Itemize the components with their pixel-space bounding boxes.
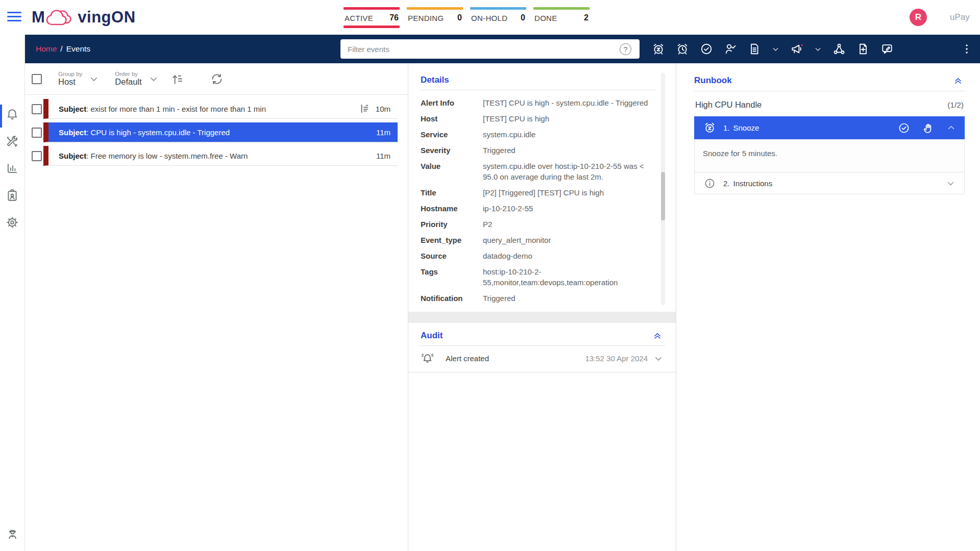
runbook-step-2-header[interactable]: 2. Instructions bbox=[694, 172, 965, 194]
refresh-icon[interactable] bbox=[210, 72, 224, 86]
panel-separator bbox=[408, 312, 676, 323]
tab-label: PENDING bbox=[408, 14, 444, 22]
field-value: [TEST] CPU is high - system.cpu.idle - T… bbox=[483, 97, 648, 108]
field-value: system.cpu.idle bbox=[483, 129, 535, 140]
tab-label: ACTIVE bbox=[345, 14, 373, 22]
file-add-icon[interactable] bbox=[856, 42, 870, 56]
audit-entry: Alert created 13:52 30 Apr 2024 bbox=[419, 346, 665, 372]
event-checkbox[interactable] bbox=[32, 128, 42, 138]
audit-entry-timestamp: 13:52 30 Apr 2024 bbox=[585, 354, 648, 363]
operator-icon[interactable] bbox=[6, 527, 19, 541]
tab-active[interactable]: ACTIVE 76 bbox=[344, 7, 400, 28]
filter-events-input[interactable] bbox=[340, 39, 640, 59]
events-rows: Subject: exist for more than 1 min - exi… bbox=[25, 95, 408, 166]
cloud-logo-icon bbox=[43, 6, 80, 29]
tab-on-hold[interactable]: ON-HOLD 0 bbox=[470, 7, 526, 28]
sort-icon[interactable] bbox=[170, 72, 184, 86]
tab-done[interactable]: DONE 2 bbox=[533, 7, 590, 28]
details-fields: Alert Info[TEST] CPU is high - system.cp… bbox=[419, 97, 656, 309]
runbook-step-1-header[interactable]: 1. Snooze bbox=[694, 116, 965, 139]
field-value: query_alert_monitor bbox=[483, 235, 551, 245]
event-row-body[interactable]: Subject: Free memory is low - system.mem… bbox=[43, 146, 398, 166]
clipboard-person-icon[interactable] bbox=[6, 189, 19, 202]
event-subject-label: Subject bbox=[59, 152, 86, 160]
event-age: 11m bbox=[376, 152, 390, 160]
field-value: ip-10-210-2-55 bbox=[483, 203, 533, 214]
user-check-icon[interactable] bbox=[724, 42, 737, 56]
help-circle-icon[interactable]: ? bbox=[620, 43, 631, 55]
events-list-header: Group by Host Order by Default bbox=[25, 63, 408, 95]
event-subject-label: Subject bbox=[59, 105, 86, 113]
hamburger-menu-icon[interactable] bbox=[7, 12, 21, 23]
active-nav-indicator bbox=[0, 105, 2, 128]
order-by-control[interactable]: Order by Default bbox=[115, 71, 141, 87]
collapse-double-chevron-up-icon[interactable] bbox=[652, 330, 663, 341]
complete-step-check-circle-icon[interactable] bbox=[898, 122, 910, 134]
group-by-value: Host bbox=[58, 77, 82, 87]
chevron-down-icon[interactable] bbox=[772, 45, 779, 53]
event-age: 10m bbox=[376, 105, 390, 113]
check-circle-icon[interactable] bbox=[700, 42, 713, 56]
chevron-down-icon[interactable] bbox=[149, 74, 158, 84]
event-row-body[interactable]: Subject: CPU is high - system.cpu.idle -… bbox=[43, 122, 398, 142]
audit-title: Audit bbox=[421, 331, 443, 341]
chevron-up-icon[interactable] bbox=[947, 123, 955, 132]
megaphone-icon[interactable] bbox=[790, 42, 803, 56]
event-log-icon[interactable] bbox=[359, 103, 371, 114]
field-label: Hostname bbox=[421, 203, 483, 214]
details-scrollbar-thumb[interactable] bbox=[661, 172, 665, 220]
logo-text-suffix: vingON bbox=[78, 8, 135, 27]
details-card: Details Alert Info[TEST] CPU is high - s… bbox=[419, 70, 665, 309]
document-icon[interactable] bbox=[748, 42, 761, 56]
user-avatar[interactable]: R bbox=[910, 9, 927, 26]
breadcrumb-separator: / bbox=[60, 44, 62, 54]
chevron-down-icon[interactable] bbox=[89, 74, 99, 84]
group-by-control[interactable]: Group by Host bbox=[58, 71, 82, 87]
field-label: Event_type bbox=[421, 235, 483, 245]
event-checkbox[interactable] bbox=[32, 104, 42, 114]
tab-pending[interactable]: PENDING 0 bbox=[407, 7, 463, 28]
event-row: Subject: exist for more than 1 min - exi… bbox=[32, 99, 398, 119]
bell-ring-icon bbox=[421, 352, 434, 365]
event-row-body[interactable]: Subject: exist for more than 1 min - exi… bbox=[43, 99, 398, 119]
tab-count: 2 bbox=[584, 13, 589, 22]
select-all-checkbox[interactable] bbox=[32, 74, 42, 84]
hand-icon[interactable] bbox=[922, 122, 935, 134]
group-by-label: Group by bbox=[58, 71, 82, 77]
status-tabs: ACTIVE 76 PENDING 0 ON-HOLD 0 DONE bbox=[344, 7, 590, 28]
info-circle-icon bbox=[704, 178, 716, 189]
tools-icon[interactable] bbox=[6, 135, 19, 148]
event-row: Subject: Free memory is low - system.mem… bbox=[32, 146, 398, 166]
field-label: Host bbox=[421, 113, 483, 124]
toolbar-actions bbox=[652, 35, 894, 63]
event-subject-text: : Free memory is low - system.mem.free -… bbox=[86, 152, 248, 160]
snooze-alarm-icon[interactable] bbox=[652, 42, 665, 56]
collapse-double-chevron-up-icon[interactable] bbox=[952, 75, 964, 86]
share-network-icon[interactable] bbox=[832, 42, 846, 56]
breadcrumb: Home / Events bbox=[36, 35, 90, 63]
gear-icon[interactable] bbox=[6, 216, 19, 229]
breadcrumb-home-link[interactable]: Home bbox=[36, 44, 57, 54]
chevron-down-icon[interactable] bbox=[946, 179, 955, 188]
step-label: Instructions bbox=[733, 179, 773, 188]
field-value: system.cpu.idle over host:ip-10-210-2-55… bbox=[483, 161, 652, 182]
bar-chart-icon[interactable] bbox=[6, 162, 19, 175]
kebab-menu-icon[interactable] bbox=[961, 43, 973, 55]
events-toolbar: Home / Events ? bbox=[25, 35, 980, 63]
alarm-clock-icon[interactable] bbox=[676, 42, 689, 56]
step-label: Snooze bbox=[733, 123, 760, 132]
org-label: uPay bbox=[950, 12, 970, 22]
order-by-label: Order by bbox=[115, 71, 141, 77]
audit-entry-text: Alert created bbox=[446, 354, 489, 363]
app-logo: M vingON bbox=[32, 0, 136, 35]
chevron-down-icon[interactable] bbox=[654, 354, 663, 363]
runbook-title: Runbook bbox=[694, 76, 732, 86]
comment-edit-icon[interactable] bbox=[880, 42, 894, 56]
runbook-progress: (1/2) bbox=[947, 101, 964, 110]
chevron-down-icon[interactable] bbox=[814, 45, 822, 53]
breadcrumb-current: Events bbox=[66, 44, 90, 54]
field-label: Tags bbox=[421, 266, 483, 288]
details-panel: Details Alert Info[TEST] CPU is high - s… bbox=[408, 63, 676, 551]
bell-icon[interactable] bbox=[6, 108, 19, 121]
event-checkbox[interactable] bbox=[32, 151, 42, 161]
